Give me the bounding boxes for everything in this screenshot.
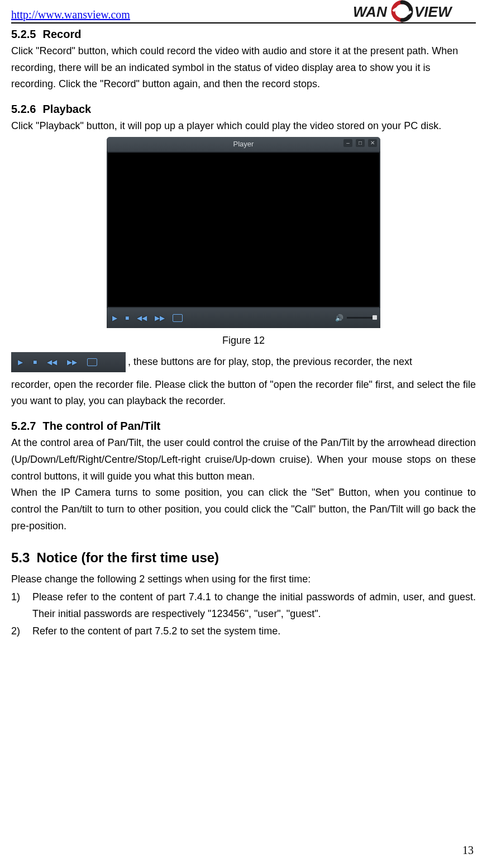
- play-icon[interactable]: ▶: [18, 358, 23, 366]
- body-5-2-6: Click "Playback" button, it will pop up …: [11, 118, 476, 135]
- prev-icon[interactable]: ◀◀: [47, 358, 57, 366]
- inline-controls-strip: ▶ ■ ◀◀ ▶▶: [11, 352, 126, 372]
- maximize-button[interactable]: □: [356, 139, 365, 147]
- body-5-2-7-p1: At the control area of Pan/Tilt, the use…: [11, 435, 476, 485]
- open-file-icon[interactable]: [173, 314, 183, 322]
- svg-text:VIEW: VIEW: [414, 3, 453, 20]
- player-controls-bar: ▶ ■ ◀◀ ▶▶ 🔊: [107, 308, 380, 328]
- controls-desc-inline: , these buttons are for play, stop, the …: [128, 354, 412, 370]
- player-title: Player: [233, 140, 254, 148]
- heading-5-2-6: 5.2.6 Playback: [11, 103, 476, 116]
- brand-logo: WAN VIEW: [353, 0, 476, 22]
- figure-12: Player – □ ✕ ▶ ■ ◀◀ ▶▶ 🔊: [11, 137, 476, 330]
- stop-icon[interactable]: ■: [125, 314, 129, 322]
- heading-5-2-5: 5.2.5 Record: [11, 28, 476, 41]
- player-titlebar: Player – □ ✕: [107, 137, 380, 151]
- heading-number: 5.2.5: [11, 28, 36, 41]
- heading-5-3: 5.3 Notice (for the first time use): [11, 550, 476, 566]
- heading-title: Record: [42, 28, 81, 41]
- minimize-button[interactable]: –: [343, 139, 352, 147]
- page-header: http://www.wansview.com WAN VIEW: [11, 0, 476, 23]
- list-item-number: 1): [11, 589, 25, 622]
- volume-control[interactable]: 🔊: [335, 314, 375, 322]
- inline-controls-row: ▶ ■ ◀◀ ▶▶ , these buttons are for play, …: [11, 352, 476, 372]
- player-window: Player – □ ✕ ▶ ■ ◀◀ ▶▶ 🔊: [107, 137, 380, 328]
- list-item-text: Refer to the content of part 7.5.2 to se…: [32, 623, 476, 640]
- page-number: 13: [462, 844, 474, 857]
- next-icon[interactable]: ▶▶: [67, 358, 77, 366]
- list-item-text: Please refer to the content of part 7.4.…: [32, 589, 476, 622]
- speaker-icon: 🔊: [335, 314, 343, 322]
- header-link[interactable]: http://www.wansview.com: [11, 8, 130, 22]
- next-icon[interactable]: ▶▶: [155, 314, 165, 322]
- list-item-number: 2): [11, 623, 25, 640]
- heading-number: 5.2.6: [11, 103, 36, 116]
- body-5-2-7-p2: When the IP Camera turns to some positio…: [11, 485, 476, 534]
- heading-title: The control of Pan/Tilt: [42, 420, 160, 433]
- stop-icon[interactable]: ■: [33, 358, 37, 366]
- titlebar-controls: – □ ✕: [343, 139, 377, 147]
- svg-text:WAN: WAN: [353, 3, 388, 20]
- volume-slider[interactable]: [347, 317, 375, 319]
- heading-number: 5.2.7: [11, 420, 36, 433]
- heading-title: Playback: [42, 103, 91, 116]
- list-item: 1) Please refer to the content of part 7…: [11, 589, 476, 622]
- player-controls-left: ▶ ■ ◀◀ ▶▶: [112, 314, 183, 322]
- first-use-list: 1) Please refer to the content of part 7…: [11, 589, 476, 640]
- player-video-area: [107, 151, 380, 308]
- figure-12-caption: Figure 12: [11, 335, 476, 347]
- body-5-2-5: Click "Record" button, which could recor…: [11, 43, 476, 93]
- body-5-3-intro: Please change the following 2 settings w…: [11, 571, 476, 588]
- heading-number: 5.3: [11, 550, 30, 566]
- prev-icon[interactable]: ◀◀: [137, 314, 147, 322]
- play-icon[interactable]: ▶: [112, 314, 117, 322]
- wansview-logo-icon: WAN VIEW: [353, 0, 476, 23]
- close-button[interactable]: ✕: [368, 139, 377, 147]
- list-item: 2) Refer to the content of part 7.5.2 to…: [11, 623, 476, 640]
- controls-desc-cont: recorder, open the recorder file. Please…: [11, 377, 476, 410]
- open-file-icon[interactable]: [87, 358, 97, 366]
- heading-5-2-7: 5.2.7 The control of Pan/Tilt: [11, 420, 476, 433]
- heading-title: Notice (for the first time use): [36, 550, 219, 566]
